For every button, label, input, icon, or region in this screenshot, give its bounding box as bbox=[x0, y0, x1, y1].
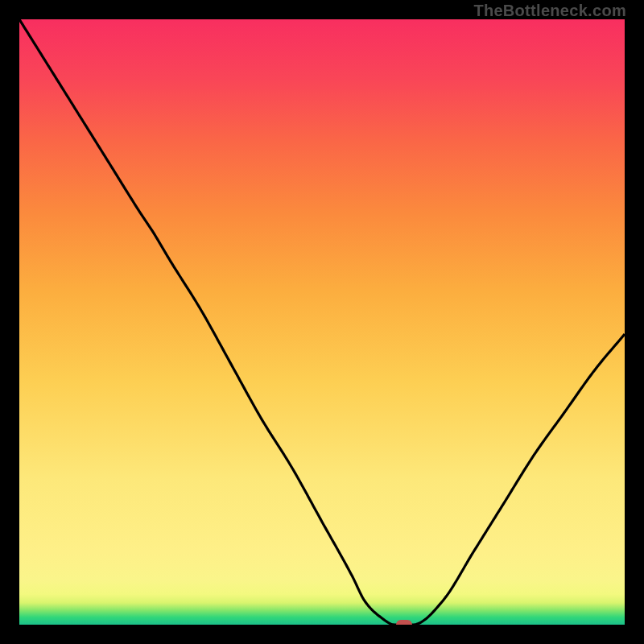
optimum-marker bbox=[396, 620, 412, 625]
chart-frame: TheBottleneck.com bbox=[0, 0, 644, 644]
plot-area bbox=[19, 19, 625, 625]
curve-path bbox=[19, 19, 625, 625]
watermark-text: TheBottleneck.com bbox=[473, 2, 626, 20]
bottleneck-curve bbox=[19, 19, 625, 625]
